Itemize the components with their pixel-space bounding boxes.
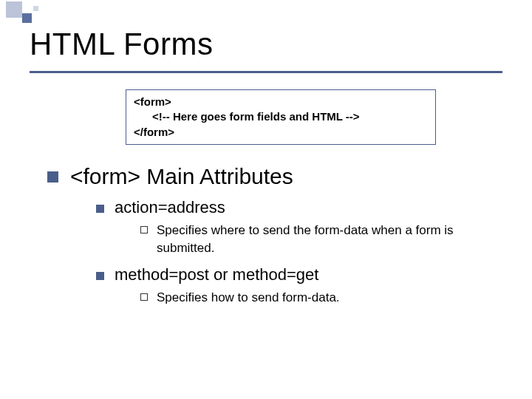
bullet-level2: method=post or method=get: [96, 265, 502, 284]
square-bullet-icon: [96, 205, 104, 213]
heading-main-attributes: <form> Main Attributes: [70, 164, 293, 189]
hollow-square-bullet-icon: [140, 226, 148, 233]
deco-square-icon: [33, 6, 38, 11]
title-underline: [30, 71, 502, 73]
code-example-box: <form> <!-- Here goes form fields and HT…: [126, 89, 436, 145]
bullet-level2: action=address: [96, 198, 502, 217]
bullet-level3: Specifies where to send the form-data wh…: [140, 222, 502, 257]
corner-decoration: [0, 0, 66, 30]
attr-method-post: method=post: [115, 265, 209, 284]
attr-method-get: method=get: [233, 265, 319, 284]
attr-action-label: action=address: [115, 198, 225, 217]
attr-method-label: method=post or method=get: [115, 265, 318, 284]
square-bullet-icon: [96, 272, 104, 280]
slide-content: HTML Forms <form> <!-- Here goes form fi…: [0, 0, 532, 307]
square-bullet-icon: [47, 171, 58, 183]
deco-square-icon: [22, 13, 32, 23]
bullet-level1: <form> Main Attributes: [47, 164, 502, 189]
hollow-square-bullet-icon: [140, 293, 148, 301]
deco-square-icon: [6, 1, 22, 18]
bullet-level3: Specifies how to send form-data.: [140, 289, 502, 307]
attr-method-desc: Specifies how to send form-data.: [157, 289, 340, 307]
attr-method-or: or: [209, 265, 233, 284]
attr-action-desc: Specifies where to send the form-data wh…: [157, 222, 502, 257]
slide-title: HTML Forms: [30, 27, 502, 62]
